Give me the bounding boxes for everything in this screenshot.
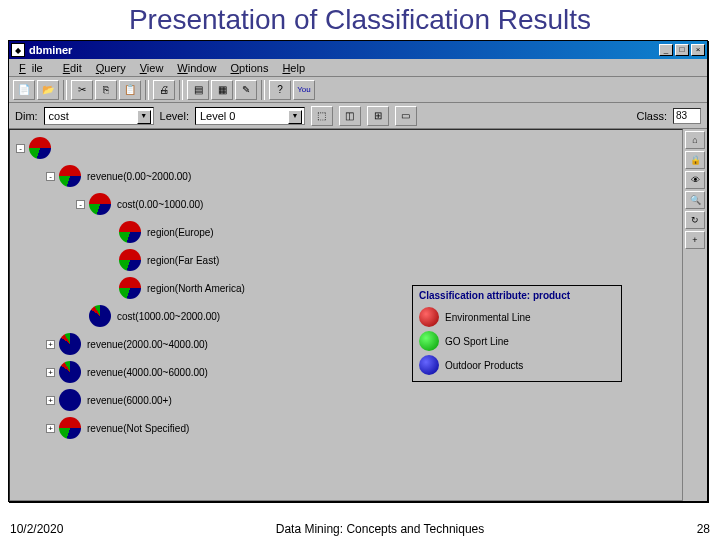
menu-file[interactable]: File	[13, 61, 55, 75]
expand-icon[interactable]: +	[46, 340, 55, 349]
pie-icon	[59, 389, 81, 411]
window-buttons: _ □ ×	[659, 44, 705, 56]
footer-date: 10/2/2020	[10, 522, 63, 536]
level-value: Level 0	[200, 110, 235, 122]
expand-icon[interactable]: +	[46, 424, 55, 433]
node-label: revenue(4000.00~6000.00)	[87, 367, 208, 378]
legend-swatch-green	[419, 331, 439, 351]
lock-button[interactable]: 🔒	[685, 151, 705, 169]
window-title: dbminer	[29, 44, 659, 56]
tool-c-button[interactable]: ⊞	[367, 106, 389, 126]
right-toolbar: ⌂ 🔒 👁 🔍 ↻ +	[683, 129, 707, 501]
list-view-button[interactable]: ▤	[187, 80, 209, 100]
search-button[interactable]: 🔍	[685, 191, 705, 209]
tree-node[interactable]: +revenue(6000.00+)	[16, 386, 682, 414]
separator	[179, 80, 183, 100]
separator	[63, 80, 67, 100]
pie-icon	[89, 305, 111, 327]
minimize-button[interactable]: _	[659, 44, 673, 56]
legend-swatch-red	[419, 307, 439, 327]
node-label: region(Far East)	[147, 255, 219, 266]
detail-view-button[interactable]: ▦	[211, 80, 233, 100]
node-label: region(Europe)	[147, 227, 214, 238]
expand-icon[interactable]: +	[46, 368, 55, 377]
node-label: revenue(2000.00~4000.00)	[87, 339, 208, 350]
class-value-box: 83	[673, 108, 701, 124]
separator	[145, 80, 149, 100]
maximize-button[interactable]: □	[675, 44, 689, 56]
node-label: region(North America)	[147, 283, 245, 294]
legend-label: GO Sport Line	[445, 336, 509, 347]
menubar: File Edit Query View Window Options Help	[9, 59, 707, 77]
slide-footer: 10/2/2020 Data Mining: Concepts and Tech…	[10, 522, 710, 536]
node-label: cost(0.00~1000.00)	[117, 199, 203, 210]
tree-node[interactable]: -revenue(0.00~2000.00)	[16, 162, 682, 190]
copy-button[interactable]: ⎘	[95, 80, 117, 100]
level-label: Level:	[160, 110, 189, 122]
node-label: revenue(6000.00+)	[87, 395, 172, 406]
pie-icon	[119, 277, 141, 299]
legend-item: GO Sport Line	[419, 329, 615, 353]
class-label: Class:	[636, 110, 667, 122]
menu-query[interactable]: Query	[90, 61, 132, 75]
titlebar: ◆ dbminer _ □ ×	[9, 41, 707, 59]
refresh-button[interactable]: ↻	[685, 211, 705, 229]
app-window: ◆ dbminer _ □ × File Edit Query View Win…	[8, 40, 708, 502]
pie-icon	[59, 361, 81, 383]
node-label: revenue(0.00~2000.00)	[87, 171, 191, 182]
pie-icon	[29, 137, 51, 159]
tree-node[interactable]: +revenue(Not Specified)	[16, 414, 682, 442]
tool-a-button[interactable]: ⬚	[311, 106, 333, 126]
tool-d-button[interactable]: ▭	[395, 106, 417, 126]
node-label: cost(1000.00~2000.00)	[117, 311, 220, 322]
menu-help[interactable]: Help	[276, 61, 311, 75]
tree-node[interactable]: -cost(0.00~1000.00)	[16, 190, 682, 218]
tree-node[interactable]: -	[16, 134, 682, 162]
node-label: revenue(Not Specified)	[87, 423, 189, 434]
legend-item: Environmental Line	[419, 305, 615, 329]
level-dropdown[interactable]: Level 0	[195, 107, 305, 125]
toolbar: 📄 📂 ✂ ⎘ 📋 🖨 ▤ ▦ ✎ ? You	[9, 77, 707, 103]
slide-title: Presentation of Classification Results	[0, 0, 720, 38]
menu-edit[interactable]: Edit	[57, 61, 88, 75]
chart-button[interactable]: ✎	[235, 80, 257, 100]
tool-b-button[interactable]: ◫	[339, 106, 361, 126]
dim-value: cost	[49, 110, 69, 122]
pie-icon	[119, 249, 141, 271]
binoculars-button[interactable]: 👁	[685, 171, 705, 189]
you-button[interactable]: You	[293, 80, 315, 100]
dim-label: Dim:	[15, 110, 38, 122]
menu-view[interactable]: View	[134, 61, 170, 75]
zoom-button[interactable]: +	[685, 231, 705, 249]
paste-button[interactable]: 📋	[119, 80, 141, 100]
menu-window[interactable]: Window	[171, 61, 222, 75]
close-button[interactable]: ×	[691, 44, 705, 56]
legend-swatch-blue	[419, 355, 439, 375]
dim-dropdown[interactable]: cost	[44, 107, 154, 125]
cut-button[interactable]: ✂	[71, 80, 93, 100]
separator	[261, 80, 265, 100]
legend-item: Outdoor Products	[419, 353, 615, 377]
pie-icon	[59, 417, 81, 439]
menu-options[interactable]: Options	[224, 61, 274, 75]
tree-node[interactable]: region(Far East)	[16, 246, 682, 274]
expand-icon[interactable]: +	[46, 396, 55, 405]
home-button[interactable]: ⌂	[685, 131, 705, 149]
collapse-icon[interactable]: -	[76, 200, 85, 209]
print-button[interactable]: 🖨	[153, 80, 175, 100]
open-button[interactable]: 📂	[37, 80, 59, 100]
filterbar: Dim: cost Level: Level 0 ⬚ ◫ ⊞ ▭ Class: …	[9, 103, 707, 129]
tree-node[interactable]: region(Europe)	[16, 218, 682, 246]
legend-label: Environmental Line	[445, 312, 531, 323]
pie-icon	[59, 333, 81, 355]
new-button[interactable]: 📄	[13, 80, 35, 100]
help-button[interactable]: ?	[269, 80, 291, 100]
legend-box: Classification attribute: product Enviro…	[412, 285, 622, 382]
collapse-icon[interactable]: -	[16, 144, 25, 153]
legend-label: Outdoor Products	[445, 360, 523, 371]
pie-icon	[59, 165, 81, 187]
workspace: --revenue(0.00~2000.00)-cost(0.00~1000.0…	[9, 129, 683, 501]
footer-caption: Data Mining: Concepts and Techniques	[276, 522, 485, 536]
collapse-icon[interactable]: -	[46, 172, 55, 181]
app-icon: ◆	[11, 43, 25, 57]
